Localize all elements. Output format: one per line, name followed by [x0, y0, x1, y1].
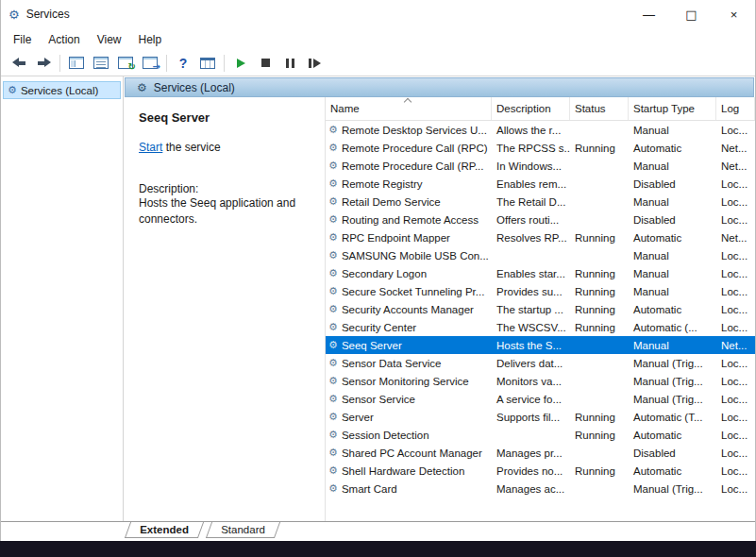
help-button[interactable]: ?	[171, 52, 195, 74]
menu-view[interactable]: View	[89, 30, 130, 49]
start-service-button[interactable]	[228, 52, 253, 74]
service-log-on-as: Loc...	[716, 193, 755, 211]
sort-ascending-icon	[403, 98, 411, 106]
table-row[interactable]: ⚙ Sensor Data Service Delivers dat... Ma…	[326, 354, 755, 372]
tab-standard[interactable]: Standard	[206, 522, 280, 538]
service-log-on-as: Net...	[716, 228, 755, 246]
service-startup-type: Automatic (...	[629, 318, 716, 336]
service-description: Provides su...	[492, 282, 570, 300]
service-startup-type: Manual (Trig...	[629, 390, 716, 408]
service-startup-type: Manual	[629, 246, 716, 264]
service-status	[570, 157, 629, 175]
tree-item-services-local[interactable]: ⚙ Services (Local)	[3, 81, 121, 99]
list-view-button[interactable]	[195, 52, 220, 74]
table-row[interactable]: ⚙ Shared PC Account Manager Manages pr..…	[326, 444, 755, 462]
service-detail-pane: Seeq Server Start the service Descriptio…	[124, 97, 325, 521]
column-header-status[interactable]: Status	[570, 97, 629, 120]
toolbar-separator	[59, 55, 60, 72]
properties-button[interactable]	[89, 52, 113, 74]
service-log-on-as: Net...	[716, 336, 755, 354]
service-gear-icon: ⚙	[328, 142, 338, 154]
table-row[interactable]: ⚙ Remote Procedure Call (RPC) The RPCSS …	[326, 139, 755, 157]
tab-extended[interactable]: Extended	[125, 522, 204, 538]
services-app-icon: ⚙	[8, 8, 20, 22]
column-header-log-on-as[interactable]: Log	[716, 97, 755, 120]
service-description: Manages ac...	[492, 480, 570, 498]
properties-icon	[93, 57, 109, 69]
minimize-button[interactable]: —	[628, 0, 670, 28]
service-description: Allows the r...	[492, 121, 570, 139]
content-row: Seeq Server Start the service Descriptio…	[124, 97, 755, 521]
service-log-on-as: Loc...	[716, 211, 755, 228]
table-row[interactable]: ⚙ Shell Hardware Detection Provides no..…	[326, 462, 755, 480]
service-startup-type: Automatic	[629, 228, 716, 246]
main-area: ⚙ Services (Local) ⚙ Services (Local) Se…	[1, 76, 755, 521]
table-row[interactable]: ⚙ Seeq Server Hosts the S... Manual Net.…	[326, 336, 755, 354]
service-status	[570, 193, 629, 211]
menu-action[interactable]: Action	[40, 30, 88, 49]
export-list-button[interactable]: →	[138, 52, 162, 74]
start-service-link[interactable]: Start	[139, 141, 162, 154]
service-description	[492, 246, 570, 264]
service-status	[570, 354, 629, 372]
service-action-line: Start the service	[139, 141, 310, 154]
stop-service-button[interactable]	[253, 52, 277, 74]
refresh-icon: ↻	[118, 57, 133, 69]
table-header: Name Description Status Startup Type	[326, 97, 755, 121]
menu-help[interactable]: Help	[130, 30, 171, 49]
service-gear-icon: ⚙	[328, 411, 338, 423]
table-row[interactable]: ⚙ Retail Demo Service The Retail D... Ma…	[326, 193, 755, 211]
forward-button[interactable]	[31, 52, 56, 74]
service-status: Running	[570, 282, 629, 300]
table-row[interactable]: ⚙ Routing and Remote Access Offers routi…	[326, 211, 755, 228]
service-gear-icon: ⚙	[328, 124, 338, 136]
menu-file[interactable]: File	[5, 30, 40, 49]
service-startup-type: Disabled	[629, 211, 716, 228]
service-name: Secondary Logon	[342, 268, 427, 279]
restart-service-button[interactable]	[302, 52, 327, 74]
pause-service-button[interactable]	[277, 52, 302, 74]
service-description: Monitors va...	[492, 372, 570, 390]
table-row[interactable]: ⚙ Sensor Service A service fo... Manual …	[326, 390, 755, 408]
service-name: Session Detection	[342, 430, 429, 441]
table-row[interactable]: ⚙ RPC Endpoint Mapper Resolves RP... Run…	[326, 228, 755, 246]
service-name: Shared PC Account Manager	[342, 447, 482, 459]
back-button[interactable]	[7, 52, 31, 74]
table-row[interactable]: ⚙ Secure Socket Tunneling Pr... Provides…	[326, 282, 755, 300]
table-row[interactable]: ⚙ Remote Registry Enables rem... Disable…	[326, 175, 755, 193]
table-row[interactable]: ⚙ Server Supports fil... Running Automat…	[326, 408, 755, 426]
restart-service-icon	[309, 59, 321, 68]
table-row[interactable]: ⚙ Secondary Logon Enables star... Runnin…	[326, 264, 755, 282]
tree-item-label: Services (Local)	[21, 85, 98, 96]
service-gear-icon: ⚙	[328, 339, 338, 351]
maximize-button[interactable]: □	[670, 0, 713, 28]
service-gear-icon: ⚙	[328, 464, 338, 477]
service-name: Remote Registry	[342, 178, 423, 190]
table-row[interactable]: ⚙ Session Detection Running Automatic Lo…	[326, 426, 755, 444]
table-row[interactable]: ⚙ SAMSUNG Mobile USB Con... Manual Loc..…	[326, 246, 755, 264]
service-name: RPC Endpoint Mapper	[342, 232, 450, 244]
service-log-on-as: Loc...	[716, 426, 755, 444]
table-row[interactable]: ⚙ Security Center The WSCSV... Running A…	[326, 318, 755, 336]
service-description: Provides no...	[492, 462, 570, 480]
service-description: Manages pr...	[492, 444, 570, 462]
service-startup-type: Manual	[629, 121, 716, 139]
title-bar: ⚙ Services — □ ×	[1, 0, 755, 28]
service-name: Secure Socket Tunneling Pr...	[342, 286, 485, 297]
service-status: Running	[570, 300, 629, 318]
table-row[interactable]: ⚙ Smart Card Manages ac... Manual (Trig.…	[326, 480, 755, 498]
window-title: Services	[26, 8, 628, 21]
show-console-tree-button[interactable]	[64, 52, 89, 74]
table-row[interactable]: ⚙ Remote Desktop Services U... Allows th…	[326, 121, 755, 139]
table-row[interactable]: ⚙ Sensor Monitoring Service Monitors va.…	[326, 372, 755, 390]
refresh-button[interactable]: ↻	[113, 52, 138, 74]
table-row[interactable]: ⚙ Remote Procedure Call (RP... In Window…	[326, 157, 755, 175]
column-header-name[interactable]: Name	[326, 97, 492, 120]
service-description: Offers routi...	[492, 211, 570, 228]
column-header-description[interactable]: Description	[492, 97, 570, 120]
service-status	[570, 372, 629, 390]
column-header-startup-type[interactable]: Startup Type	[629, 97, 716, 120]
service-log-on-as: Loc...	[716, 121, 755, 139]
table-row[interactable]: ⚙ Security Accounts Manager The startup …	[326, 300, 755, 318]
close-button[interactable]: ×	[713, 0, 755, 28]
